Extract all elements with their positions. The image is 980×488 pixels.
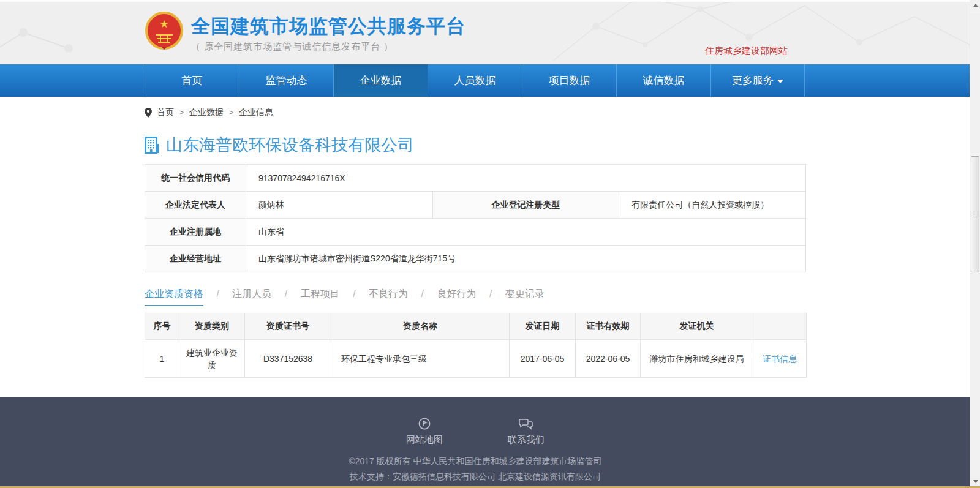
site-header: ★ 全国建筑市场监管公共服务平台 （ 原全国建筑市场监管与诚信信息发布平台 ） … bbox=[0, 2, 970, 64]
site-subtitle: （ 原全国建筑市场监管与诚信信息发布平台 ） bbox=[191, 41, 466, 53]
chevron-down-icon bbox=[777, 80, 783, 83]
credit-code-label: 统一社会信用代码 bbox=[145, 165, 246, 192]
company-info-table: 统一社会信用代码 91370782494216716X 企业法定代表人 颜炳林 … bbox=[145, 164, 806, 272]
scrollbar-down-button[interactable] bbox=[970, 476, 980, 486]
nav-item-home[interactable]: 首页 bbox=[145, 64, 239, 97]
breadcrumb-home[interactable]: 首页 bbox=[157, 107, 174, 118]
tech-support-text: 技术支持：安徽德拓信息科技有限公司 北京建设信源资讯有限公司 bbox=[145, 471, 806, 482]
tab-separator: / bbox=[489, 288, 492, 299]
location-pin-icon bbox=[145, 108, 152, 118]
credit-code-value: 91370782494216716X bbox=[246, 165, 806, 192]
breadcrumb: 首页 > 企业数据 > 企业信息 bbox=[145, 107, 970, 118]
company-name: 山东海普欧环保设备科技有限公司 bbox=[166, 134, 414, 156]
tab-good-behavior[interactable]: 良好行为 bbox=[437, 288, 476, 305]
nav-item-more-label: 更多服务 bbox=[732, 75, 774, 86]
scrollbar-thumb[interactable] bbox=[971, 156, 979, 272]
nav-item-more-services[interactable]: 更多服务 bbox=[710, 64, 805, 97]
info-row-credit-code: 统一社会信用代码 91370782494216716X bbox=[145, 165, 806, 192]
info-row-address: 企业经营地址 山东省潍坊市诸城市密州街道S220省道龙华街715号 bbox=[145, 246, 806, 272]
svg-text:★: ★ bbox=[159, 18, 168, 30]
col-cert-no: 资质证书号 bbox=[245, 313, 331, 340]
reg-type-label: 企业登记注册类型 bbox=[432, 192, 619, 219]
sitemap-compass-icon bbox=[418, 418, 431, 430]
cell-valid-until: 2022-06-05 bbox=[576, 340, 641, 378]
copyright-text: ©2017 版权所有 中华人民共和国住房和城乡建设部建筑市场监管司 bbox=[145, 456, 806, 467]
nav-item-supervision-news[interactable]: 监管动态 bbox=[239, 64, 333, 97]
info-row-legal-rep: 企业法定代表人 颜炳林 企业登记注册类型 有限责任公司（自然人投资或控股） bbox=[145, 192, 806, 219]
tab-separator: / bbox=[353, 288, 355, 299]
nav-item-integrity-data[interactable]: 诚信数据 bbox=[616, 64, 710, 97]
col-seq: 序号 bbox=[145, 313, 179, 340]
col-valid-until: 证书有效期 bbox=[576, 313, 641, 340]
building-icon bbox=[145, 137, 160, 154]
tab-bad-behavior[interactable]: 不良行为 bbox=[369, 288, 408, 305]
reg-type-value: 有限责任公司（自然人投资或控股） bbox=[619, 192, 806, 219]
contact-us-label: 联系我们 bbox=[508, 434, 545, 446]
national-emblem-icon: ★ bbox=[145, 12, 184, 53]
contact-us-link[interactable]: 联系我们 bbox=[508, 418, 545, 446]
breadcrumb-enterprise-data[interactable]: 企业数据 bbox=[189, 107, 224, 118]
cell-seq: 1 bbox=[145, 340, 179, 378]
tab-separator: / bbox=[285, 288, 287, 299]
ministry-site-link[interactable]: 住房城乡建设部网站 bbox=[705, 45, 788, 57]
tab-registered-personnel[interactable]: 注册人员 bbox=[232, 288, 271, 305]
tab-separator: / bbox=[421, 288, 424, 299]
col-issue-date: 发证日期 bbox=[510, 313, 576, 340]
scrollbar-up-button[interactable] bbox=[970, 0, 980, 10]
tab-projects[interactable]: 工程项目 bbox=[301, 288, 340, 305]
breadcrumb-separator: > bbox=[179, 108, 184, 117]
legal-rep-label: 企业法定代表人 bbox=[145, 192, 246, 219]
col-category: 资质类别 bbox=[179, 313, 245, 340]
region-value: 山东省 bbox=[246, 219, 806, 246]
legal-rep-value: 颜炳林 bbox=[246, 192, 433, 219]
col-actions bbox=[753, 313, 807, 340]
main-nav: 首页 监管动态 企业数据 人员数据 项目数据 诚信数据 更多服务 bbox=[0, 64, 970, 97]
site-title: 全国建筑市场监管公共服务平台 bbox=[191, 15, 466, 37]
info-row-region: 企业注册属地 山东省 bbox=[145, 219, 806, 246]
cell-category: 建筑业企业资质 bbox=[179, 340, 245, 378]
vertical-scrollbar[interactable] bbox=[970, 0, 980, 488]
col-authority: 发证机关 bbox=[641, 313, 753, 340]
cell-name: 环保工程专业承包三级 bbox=[331, 340, 510, 378]
nav-item-project-data[interactable]: 项目数据 bbox=[522, 64, 616, 97]
nav-item-personnel-data[interactable]: 人员数据 bbox=[428, 64, 522, 97]
breadcrumb-enterprise-info[interactable]: 企业信息 bbox=[239, 107, 273, 118]
tab-change-records[interactable]: 变更记录 bbox=[505, 288, 545, 305]
cell-cert-no: D337152638 bbox=[245, 340, 331, 378]
address-value: 山东省潍坊市诸城市密州街道S220省道龙华街715号 bbox=[246, 246, 806, 272]
qualification-table: 序号 资质类别 资质证书号 资质名称 发证日期 证书有效期 发证机关 1 建筑业… bbox=[145, 313, 807, 378]
cell-issue-date: 2017-06-05 bbox=[510, 340, 576, 378]
sitemap-link[interactable]: 网站地图 bbox=[406, 418, 443, 446]
qual-header-row: 序号 资质类别 资质证书号 资质名称 发证日期 证书有效期 发证机关 bbox=[145, 313, 807, 340]
region-label: 企业注册属地 bbox=[145, 219, 246, 246]
certificate-info-link[interactable]: 证书信息 bbox=[763, 354, 797, 364]
footer: 网站地图 联系我们 ©2017 版权所有 中华人民共和国住房和城乡建设部建筑市场… bbox=[0, 397, 970, 488]
nav-item-enterprise-data[interactable]: 企业数据 bbox=[333, 64, 428, 97]
scrollbar-grip-icon bbox=[973, 212, 978, 217]
table-row: 1 建筑业企业资质 D337152638 环保工程专业承包三级 2017-06-… bbox=[145, 340, 807, 378]
breadcrumb-separator: > bbox=[229, 108, 233, 117]
cell-authority: 潍坊市住房和城乡建设局 bbox=[641, 340, 753, 378]
page-viewport: ★ 全国建筑市场监管公共服务平台 （ 原全国建筑市场监管与诚信信息发布平台 ） … bbox=[0, 0, 970, 488]
scroll-up-icon bbox=[973, 4, 978, 7]
address-label: 企业经营地址 bbox=[145, 246, 246, 272]
tab-qualifications[interactable]: 企业资质资格 bbox=[145, 288, 203, 306]
contact-chat-icon bbox=[519, 418, 533, 430]
col-name: 资质名称 bbox=[331, 313, 510, 340]
sitemap-label: 网站地图 bbox=[406, 434, 443, 446]
scroll-down-icon bbox=[973, 480, 978, 483]
detail-tabs: 企业资质资格 / 注册人员 / 工程项目 / 不良行为 / 良好行为 / 变更记… bbox=[145, 288, 970, 304]
tab-separator: / bbox=[216, 288, 219, 299]
